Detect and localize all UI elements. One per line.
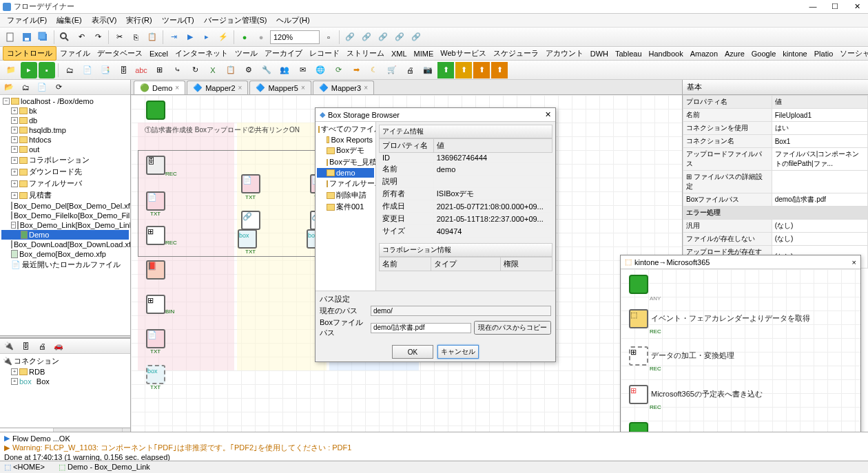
comp-cart-icon[interactable]: 🛒 xyxy=(384,62,400,78)
maximize-button[interactable]: ☐ xyxy=(827,2,843,11)
comp-map-icon[interactable]: ⊞ xyxy=(151,62,167,78)
new-button[interactable] xyxy=(3,30,18,45)
comp2-icon[interactable]: 📄 xyxy=(79,62,96,78)
popup-title-bar[interactable]: ⬚ kintone→Microsoft365 × xyxy=(621,255,860,269)
flow-txt2-node[interactable]: 📄 xyxy=(146,329,165,348)
comp-excel-icon[interactable]: X xyxy=(205,62,221,78)
menu-version[interactable]: バージョン管理(S) xyxy=(200,14,271,27)
comp-up1-icon[interactable]: ⬆ xyxy=(437,62,454,78)
menu-tool[interactable]: ツール(T) xyxy=(158,14,198,27)
close-icon[interactable]: × xyxy=(238,84,242,92)
comp-cam-icon[interactable]: 📷 xyxy=(420,62,436,78)
copy-button[interactable]: ⎘ xyxy=(128,30,143,45)
tab-demo[interactable]: 🟢Demo× xyxy=(134,81,185,94)
dlg-tree-item[interactable]: Boxデモ xyxy=(317,145,374,156)
category-record[interactable]: レコード xyxy=(306,47,343,60)
comp-up4-icon[interactable]: ⬆ xyxy=(491,62,508,78)
left-tb4-icon[interactable]: ⟳ xyxy=(51,80,66,95)
category-kintone[interactable]: kintone xyxy=(779,48,810,59)
undo-button[interactable]: ↶ xyxy=(74,30,89,45)
comp-up2-icon[interactable]: ⬆ xyxy=(455,62,472,78)
tree-root[interactable]: −localhost - /Box/demo xyxy=(1,96,129,106)
tree-folder[interactable]: +ファイルサーバ xyxy=(1,178,129,189)
log-panel[interactable]: ▶Flow Demo ...OK ▶Warning: FLCP_W_1103: … xyxy=(0,432,868,461)
menu-run[interactable]: 実行(R) xyxy=(122,14,156,27)
tab-mapper5[interactable]: 🔷Mapper5× xyxy=(249,81,311,94)
conn-root[interactable]: 🔌コネクション xyxy=(1,355,129,367)
tree-file-selected[interactable]: Demo xyxy=(1,230,129,240)
copy-path-button[interactable]: 現在のパスからコピー xyxy=(474,321,551,335)
zoom-select[interactable] xyxy=(270,30,320,44)
redo-button[interactable]: ↷ xyxy=(90,30,105,45)
comp-branch-icon[interactable]: ⤷ xyxy=(169,62,185,78)
link1-button[interactable]: 🔗 xyxy=(342,30,358,45)
category-tableau[interactable]: Tableau xyxy=(612,48,645,59)
category-xml[interactable]: XML xyxy=(388,48,411,59)
dialog-tree[interactable]: すべてのファイル Box Reports Boxデモ Boxデモ_見積書 dem… xyxy=(316,122,376,291)
comp-folder-icon[interactable]: 📁 xyxy=(3,62,19,78)
tree-folder[interactable]: +hsqldb.tmp xyxy=(1,125,129,135)
tree-recent[interactable]: 📄最近開いたローカルファイル xyxy=(1,259,129,271)
category-azure[interactable]: Azure xyxy=(721,48,748,59)
tree-file[interactable]: Box_DownLoad[Box_DownLoad.xfp] xyxy=(1,240,129,249)
tree-folder[interactable]: +コラボレーション xyxy=(1,154,129,166)
category-google[interactable]: Google xyxy=(748,48,779,59)
pf-start-node[interactable] xyxy=(629,275,648,294)
zoom-fit-button[interactable]: ▫ xyxy=(321,30,336,45)
tree-file[interactable]: −Box_Demo_Link[Box_Demo_Link.xfp xyxy=(1,220,129,230)
conn-tb3-icon[interactable]: 🖨 xyxy=(34,339,50,354)
tab-mapper3[interactable]: 🔷Mapper3× xyxy=(313,81,374,94)
debug-button[interactable]: ▸ xyxy=(199,30,214,45)
dlg-tree-item[interactable]: 案件001 xyxy=(317,201,374,213)
category-webservice[interactable]: Webサービス xyxy=(437,47,489,60)
conn-tb2-icon[interactable]: 🗄 xyxy=(18,339,33,354)
comp-start-icon[interactable]: ▸ xyxy=(21,62,37,78)
comp-refresh-icon[interactable]: ⟳ xyxy=(330,62,347,78)
tree-file[interactable]: Box_Demo_FileIko[Box_Demo_Filk... xyxy=(1,211,129,220)
dialog-title-bar[interactable]: ◆ Box Storage Browser ✕ xyxy=(316,108,555,122)
popup-close-button[interactable]: × xyxy=(852,258,856,266)
comp-moon-icon[interactable]: ☾ xyxy=(366,62,382,78)
category-excel[interactable]: Excel xyxy=(146,48,172,59)
paste-button[interactable]: 📋 xyxy=(145,30,160,45)
dlg-tree-item-selected[interactable]: demo xyxy=(317,168,374,178)
dlg-tree-item[interactable]: Box Reports xyxy=(317,135,374,145)
comp-people-icon[interactable]: 👥 xyxy=(276,62,293,78)
tab-mapper2[interactable]: 🔷Mapper2× xyxy=(187,81,248,94)
flow-box-node[interactable]: box xyxy=(146,365,165,384)
category-mime[interactable]: MIME xyxy=(411,48,437,59)
minimize-button[interactable]: — xyxy=(805,2,821,11)
tree-folder[interactable]: +db xyxy=(1,116,129,125)
link2-button[interactable]: 🔗 xyxy=(359,30,374,45)
comp3-icon[interactable]: 📑 xyxy=(97,62,114,78)
comp-text-icon[interactable]: abc xyxy=(133,62,149,78)
link3-button[interactable]: 🔗 xyxy=(375,30,391,45)
category-handbook[interactable]: Handbook xyxy=(645,48,687,59)
comp-csv-icon[interactable]: 📋 xyxy=(223,62,239,78)
connection-tree[interactable]: 🔌コネクション +RDB +box Box xyxy=(0,354,130,388)
pf-m365-node[interactable]: ⊞ xyxy=(629,385,648,404)
project-tree[interactable]: −localhost - /Box/demo +bk +db +hsqldb.t… xyxy=(0,95,130,335)
box-path-input[interactable] xyxy=(371,323,471,333)
menu-file[interactable]: ファイル(F) xyxy=(3,14,51,27)
menu-edit[interactable]: 編集(E) xyxy=(52,14,86,27)
category-account[interactable]: アカウント xyxy=(542,47,587,60)
popup-canvas[interactable]: ANY ⬚ イベント・フェアカレンダーよりデータを取得 REC ⊞ データの加工… xyxy=(621,269,860,454)
close-button[interactable]: ✕ xyxy=(849,2,865,11)
dlg-tree-item[interactable]: ファイルサーバ xyxy=(317,178,374,189)
flow-map2-node[interactable]: ⊞ xyxy=(146,295,165,314)
comp-loop-icon[interactable]: ↻ xyxy=(187,62,203,78)
category-stream[interactable]: ストリーム xyxy=(343,47,388,60)
comp1-icon[interactable]: 🗂 xyxy=(61,62,78,78)
dlg-tree-item[interactable]: 削除申請 xyxy=(317,189,374,201)
conn-item[interactable]: +RDB xyxy=(1,367,129,377)
current-path-input[interactable] xyxy=(371,306,551,316)
left-tb2-icon[interactable]: 🗂 xyxy=(18,80,33,95)
menu-view[interactable]: 表示(V) xyxy=(87,14,121,27)
pf-map-node[interactable]: ⊞ xyxy=(629,346,648,366)
conn-tb4-icon[interactable]: 🚗 xyxy=(51,339,66,354)
link4-button[interactable]: 🔗 xyxy=(392,30,407,45)
category-archive[interactable]: アーカイブ xyxy=(261,47,306,60)
category-tool[interactable]: ツール xyxy=(231,47,261,60)
comp-globe-icon[interactable]: 🌐 xyxy=(312,62,329,78)
